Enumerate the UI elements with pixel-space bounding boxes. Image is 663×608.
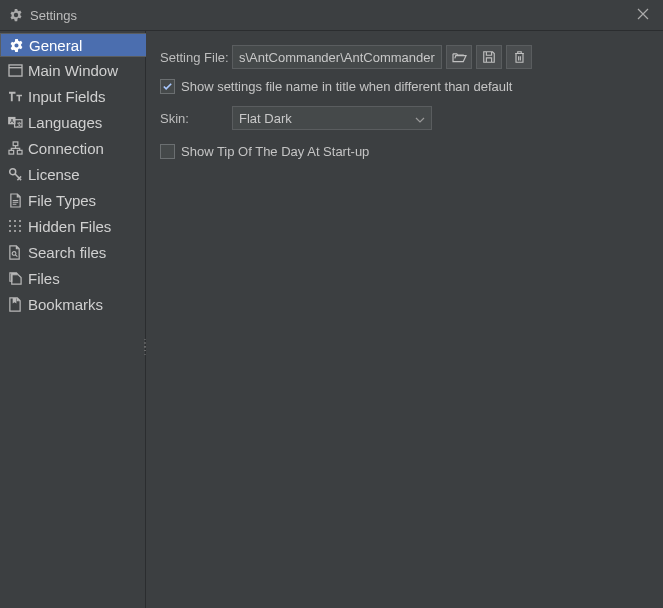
svg-point-14 (14, 225, 16, 227)
skin-value: Flat Dark (239, 111, 292, 126)
svg-point-17 (14, 230, 16, 232)
svg-point-16 (9, 230, 11, 232)
sidebar-item-file-types[interactable]: File Types (0, 187, 145, 213)
sidebar-item-connection[interactable]: Connection (0, 135, 145, 161)
sidebar-item-label: Input Fields (28, 88, 106, 105)
svg-point-11 (14, 220, 16, 222)
save-file-button[interactable] (476, 45, 502, 69)
sidebar-item-label: Files (28, 270, 60, 287)
svg-text:A: A (9, 118, 13, 124)
chevron-down-icon (415, 111, 425, 126)
sidebar-item-label: Bookmarks (28, 296, 103, 313)
window-icon (6, 64, 24, 77)
sidebar: GeneralMain WindowInput FieldsA文Language… (0, 31, 146, 608)
sidebar-item-label: Languages (28, 114, 102, 131)
setting-file-input[interactable] (232, 45, 442, 69)
sidebar-item-license[interactable]: License (0, 161, 145, 187)
sidebar-item-files[interactable]: Files (0, 265, 145, 291)
network-icon (6, 141, 24, 155)
sidebar-item-label: Connection (28, 140, 104, 157)
svg-rect-6 (13, 142, 18, 146)
svg-text:文: 文 (15, 121, 21, 127)
open-file-button[interactable] (446, 45, 472, 69)
search-icon (6, 245, 24, 260)
sidebar-item-label: License (28, 166, 80, 183)
setting-file-label: Setting File: (160, 50, 232, 65)
key-icon (6, 167, 24, 182)
svg-point-19 (12, 251, 16, 255)
gear-icon (7, 38, 25, 53)
show-filename-checkbox[interactable] (160, 79, 175, 94)
sidebar-item-main-window[interactable]: Main Window (0, 57, 145, 83)
svg-rect-0 (9, 64, 22, 75)
sidebar-item-input-fields[interactable]: Input Fields (0, 83, 145, 109)
sidebar-item-label: File Types (28, 192, 96, 209)
svg-point-13 (9, 225, 11, 227)
sidebar-item-label: General (29, 37, 82, 54)
sidebar-item-hidden-files[interactable]: Hidden Files (0, 213, 145, 239)
svg-point-15 (19, 225, 21, 227)
grid-icon (6, 219, 24, 233)
svg-rect-7 (8, 150, 13, 154)
svg-rect-8 (17, 150, 22, 154)
delete-file-button[interactable] (506, 45, 532, 69)
show-tip-checkbox[interactable] (160, 144, 175, 159)
titlebar: Settings (0, 0, 663, 31)
sidebar-item-bookmarks[interactable]: Bookmarks (0, 291, 145, 317)
show-tip-label[interactable]: Show Tip Of The Day At Start-up (181, 144, 369, 159)
sidebar-item-label: Search files (28, 244, 106, 261)
svg-point-18 (19, 230, 21, 232)
skin-select[interactable]: Flat Dark (232, 106, 432, 130)
show-filename-label[interactable]: Show settings file name in title when di… (181, 79, 512, 94)
files-icon (6, 271, 24, 285)
settings-icon (8, 7, 24, 23)
svg-point-12 (19, 220, 21, 222)
filetype-icon (6, 193, 24, 208)
sidebar-item-label: Hidden Files (28, 218, 111, 235)
skin-label: Skin: (160, 111, 232, 126)
sidebar-item-search-files[interactable]: Search files (0, 239, 145, 265)
sidebar-item-languages[interactable]: A文Languages (0, 109, 145, 135)
text-icon (6, 90, 24, 103)
sidebar-item-label: Main Window (28, 62, 118, 79)
close-button[interactable] (631, 4, 655, 27)
svg-line-20 (15, 254, 17, 256)
main-panel: Setting File: Show settings file name in… (146, 31, 663, 608)
svg-point-9 (9, 168, 15, 174)
lang-icon: A文 (6, 116, 24, 128)
bookmark-icon (6, 297, 24, 312)
window-title: Settings (30, 8, 77, 23)
svg-point-10 (9, 220, 11, 222)
